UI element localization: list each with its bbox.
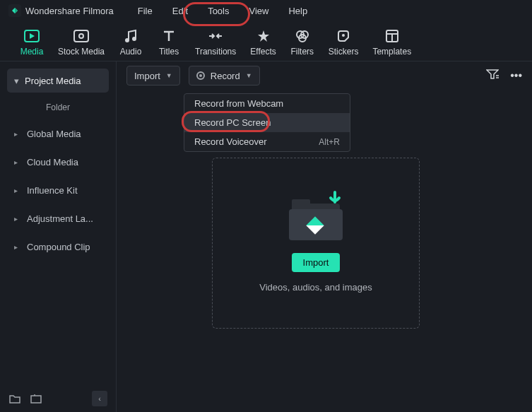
media-icon — [24, 28, 40, 44]
menu-item-record-voiceover[interactable]: Record VoiceoverAlt+R — [184, 132, 350, 151]
sidebar-item-global-media[interactable]: ▸Global Media — [7, 119, 109, 148]
svg-point-8 — [342, 34, 345, 37]
menu-tools[interactable]: Tools — [208, 6, 229, 16]
new-folder-icon[interactable] — [8, 392, 21, 405]
svg-point-2 — [79, 34, 83, 38]
record-dropdown[interactable]: Record ▼ — [189, 66, 260, 86]
templates-icon — [386, 28, 398, 44]
record-icon — [196, 71, 205, 80]
menu-item-record-webcam[interactable]: Record from Webcam — [184, 94, 350, 113]
more-icon[interactable]: ••• — [510, 69, 522, 82]
tab-stickers[interactable]: Stickers — [321, 28, 366, 57]
chevron-down-icon: ▼ — [166, 72, 172, 79]
tab-stock-media[interactable]: Stock Media — [51, 28, 112, 57]
audio-icon — [124, 28, 137, 44]
chevron-down-icon: ▼ — [246, 72, 252, 79]
chevron-right-icon: ▸ — [14, 187, 20, 194]
folder-label: Folder — [7, 93, 109, 119]
tab-media[interactable]: Media — [13, 28, 51, 57]
folder-illustration — [288, 194, 344, 243]
tab-templates[interactable]: Templates — [365, 28, 418, 57]
record-menu: Record from Webcam Record PC Screen Reco… — [184, 93, 350, 152]
chevron-down-icon: ▾ — [14, 76, 19, 86]
import-button[interactable]: Import — [292, 253, 341, 272]
tab-audio[interactable]: Audio — [112, 28, 150, 57]
app-name: Wondershare Filmora — [25, 6, 114, 16]
transitions-icon — [208, 28, 223, 44]
dropzone-hint: Videos, audios, and images — [259, 282, 372, 293]
chevron-right-icon: ▸ — [14, 243, 20, 251]
sidebar-item-compound-clip[interactable]: ▸Compound Clip — [7, 233, 109, 261]
tab-titles[interactable]: Titles — [150, 28, 188, 57]
titles-icon — [162, 28, 175, 44]
filter-icon[interactable] — [486, 69, 499, 83]
sidebar-item-influence-kit[interactable]: ▸Influence Kit — [7, 176, 109, 204]
svg-point-3 — [125, 38, 129, 42]
tab-effects[interactable]: Effects — [243, 28, 283, 57]
stickers-icon — [336, 28, 350, 44]
project-media-header[interactable]: ▾ Project Media — [7, 69, 109, 93]
menu-item-record-pc-screen[interactable]: Record PC Screen — [184, 113, 350, 132]
sidebar-item-cloud-media[interactable]: ▸Cloud Media — [7, 148, 109, 176]
menubar: File Edit Tools View Help — [138, 6, 307, 16]
collapse-sidebar-button[interactable]: ‹ — [92, 391, 107, 406]
svg-rect-1 — [74, 30, 88, 42]
menu-edit[interactable]: Edit — [172, 6, 188, 16]
tab-filters[interactable]: Filters — [283, 28, 321, 57]
import-dropdown[interactable]: Import ▼ — [126, 66, 180, 86]
menu-help[interactable]: Help — [288, 6, 307, 16]
import-dropzone[interactable]: Import Videos, audios, and images — [212, 158, 420, 329]
app-logo — [8, 4, 21, 17]
chevron-right-icon: ▸ — [14, 158, 20, 166]
sidebar: ▾ Project Media Folder ▸Global Media ▸Cl… — [0, 61, 116, 412]
subtoolbar: Import ▼ Record ▼ ••• — [117, 61, 532, 90]
stock-media-icon — [73, 28, 89, 44]
toolbar: Media Stock Media Audio Titles Transitio… — [0, 21, 532, 61]
menu-view[interactable]: View — [249, 6, 268, 16]
sidebar-item-adjustment-layer[interactable]: ▸Adjustment La... — [7, 204, 109, 233]
chevron-right-icon: ▸ — [14, 215, 20, 223]
download-arrow-icon — [326, 191, 344, 211]
svg-point-4 — [132, 37, 136, 41]
new-bin-icon[interactable] — [30, 392, 42, 405]
titlebar: Wondershare Filmora File Edit Tools View… — [0, 0, 532, 21]
tab-transitions[interactable]: Transitions — [188, 28, 243, 57]
chevron-right-icon: ▸ — [14, 130, 20, 138]
svg-rect-12 — [31, 396, 41, 403]
filters-icon — [295, 28, 309, 44]
effects-icon — [256, 28, 271, 44]
menu-file[interactable]: File — [138, 6, 153, 16]
